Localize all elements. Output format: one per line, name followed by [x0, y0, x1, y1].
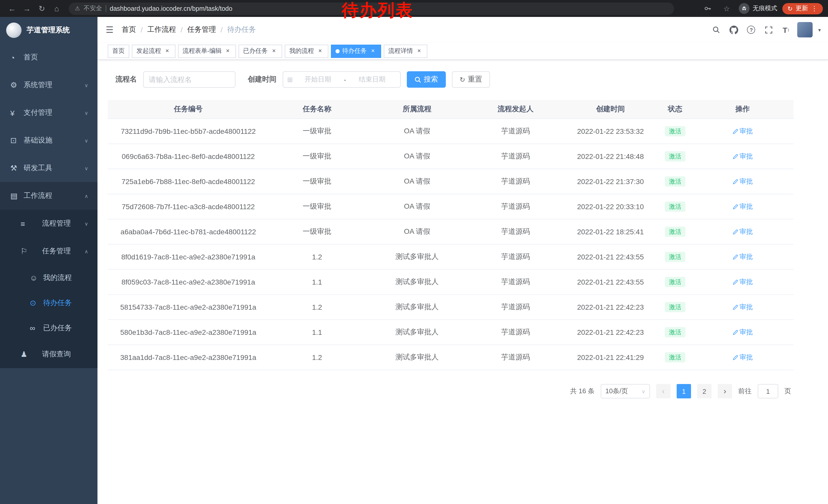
reset-button-label: 重置 — [468, 75, 482, 84]
approve-link[interactable]: 审批 — [732, 252, 753, 262]
workflow-icon: ▤ — [10, 191, 24, 200]
breadcrumb-item[interactable]: 任务管理 — [187, 25, 216, 34]
cell-starter: 芋道源码 — [469, 177, 562, 186]
chevron-down-icon: ∨ — [84, 110, 88, 116]
sidebar-toggle-icon[interactable]: ☰ — [97, 25, 122, 35]
cell-id: 381aa1dd-7ac8-11ec-a9e2-a2380e71991a — [108, 353, 269, 362]
tab-close-icon[interactable]: × — [271, 47, 278, 55]
page-button-2[interactable]: 2 — [697, 384, 711, 398]
avatar-caret-icon[interactable]: ▾ — [818, 27, 821, 33]
sidebar-item-0[interactable]: ◔首页 — [0, 44, 97, 71]
browser-forward-button[interactable]: → — [20, 2, 34, 15]
approve-link[interactable]: 审批 — [732, 353, 753, 362]
reset-button[interactable]: ↻ 重置 — [452, 71, 490, 88]
view-tab-0[interactable]: 首页 — [108, 44, 129, 58]
approve-label: 审批 — [740, 277, 753, 287]
sidebar-item-8[interactable]: ☺我的流程 — [0, 265, 97, 290]
view-tab-3[interactable]: 已办任务× — [239, 44, 282, 58]
column-header: 创建时间 — [562, 104, 659, 114]
approve-link[interactable]: 审批 — [732, 277, 753, 287]
bookmark-star-icon[interactable]: ☆ — [720, 2, 734, 15]
breadcrumb-item[interactable]: 工作流程 — [147, 25, 176, 34]
cell-status: 激活 — [659, 327, 692, 337]
view-tab-6[interactable]: 流程详情× — [384, 44, 427, 58]
update-button[interactable]: ↻ 更新 ⋮ — [782, 3, 823, 14]
cell-time: 2022-01-22 21:48:48 — [562, 152, 659, 161]
fullscreen-icon[interactable] — [762, 23, 775, 36]
browser-home-button[interactable]: ⌂ — [50, 2, 64, 15]
tab-close-icon[interactable]: × — [369, 47, 377, 55]
process-list-icon: ≡ — [20, 219, 42, 228]
view-tab-4[interactable]: 我的流程× — [285, 44, 328, 58]
sidebar-item-7[interactable]: ⚐任务管理∧ — [0, 237, 97, 265]
help-icon[interactable]: ? — [745, 23, 758, 36]
prev-page-button[interactable]: ‹ — [656, 384, 670, 398]
sidebar-item-6[interactable]: ≡流程管理∨ — [0, 210, 97, 237]
sidebar-item-3[interactable]: ⊡基础设施∨ — [0, 127, 97, 154]
goto-page-input[interactable] — [758, 384, 778, 398]
goto-unit-label: 页 — [784, 386, 791, 396]
tab-close-icon[interactable]: × — [224, 47, 232, 55]
page-button-1[interactable]: 1 — [677, 384, 691, 398]
sidebar-item-5[interactable]: ▤工作流程∧ — [0, 182, 97, 210]
sidebar-item-11[interactable]: ♟请假查询 — [0, 340, 97, 368]
start-date-input[interactable]: 开始日期 — [294, 75, 342, 84]
column-header: 任务编号 — [108, 104, 269, 114]
cell-starter: 芋道源码 — [469, 127, 562, 136]
view-tab-2[interactable]: 流程表单-编辑× — [178, 44, 236, 58]
approve-link[interactable]: 审批 — [732, 303, 753, 312]
cell-action: 审批 — [692, 202, 794, 211]
font-size-icon[interactable]: T↕ — [780, 23, 793, 36]
select-caret-icon: ∨ — [641, 388, 646, 394]
approve-link[interactable]: 审批 — [732, 227, 753, 236]
github-icon[interactable] — [728, 23, 740, 36]
sidebar-item-10[interactable]: ∞已办任务 — [0, 315, 97, 340]
browser-reload-button[interactable]: ↻ — [35, 2, 49, 15]
key-icon[interactable] — [701, 2, 715, 15]
cell-name: 一级审批 — [269, 127, 365, 136]
view-tab-1[interactable]: 发起流程× — [132, 44, 175, 58]
table-row: 8f0d1619-7ac8-11ec-a9e2-a2380e71991a1.2测… — [108, 244, 794, 270]
breadcrumb-separator: / — [141, 26, 143, 34]
date-range-picker[interactable]: ⊞ 开始日期 - 结束日期 — [283, 71, 401, 88]
approve-link[interactable]: 审批 — [732, 177, 753, 186]
approve-link[interactable]: 审批 — [732, 328, 753, 337]
app-logo[interactable]: 芋道管理系统 — [0, 17, 97, 44]
edit-icon — [732, 355, 738, 360]
cell-process: OA 请假 — [365, 202, 469, 211]
cell-process: 测试多审批人 — [365, 353, 469, 362]
approve-link[interactable]: 审批 — [732, 152, 753, 161]
tab-close-icon[interactable]: × — [164, 47, 171, 55]
cell-status: 激活 — [659, 352, 692, 363]
approve-label: 审批 — [740, 127, 753, 136]
user-avatar[interactable] — [797, 22, 813, 37]
search-icon[interactable] — [710, 23, 723, 36]
page-size-select[interactable]: 10条/页 ∨ — [601, 384, 650, 398]
incognito-icon — [739, 3, 749, 14]
tab-close-icon[interactable]: × — [416, 47, 423, 55]
sidebar-item-2[interactable]: ¥支付管理∨ — [0, 99, 97, 127]
cell-id: 8f059c03-7ac8-11ec-a9e2-a2380e71991a — [108, 278, 269, 286]
task-table: 任务编号任务名称所属流程流程发起人创建时间状态操作 73211d9d-7b9b-… — [108, 100, 794, 370]
end-date-input[interactable]: 结束日期 — [348, 75, 396, 84]
breadcrumb-item[interactable]: 首页 — [122, 25, 136, 34]
cell-status: 激活 — [659, 151, 692, 162]
search-button-label: 搜索 — [424, 75, 438, 84]
search-button[interactable]: 搜索 — [407, 71, 446, 88]
cell-starter: 芋道源码 — [469, 303, 562, 312]
sidebar-item-label: 基础设施 — [24, 136, 52, 145]
browser-menu-icon[interactable]: ⋮ — [811, 5, 818, 12]
approve-link[interactable]: 审批 — [732, 202, 753, 211]
browser-back-button[interactable]: ← — [5, 2, 19, 15]
sidebar-item-9[interactable]: ⊙待办任务 — [0, 290, 97, 315]
view-tab-5[interactable]: 待办任务× — [331, 44, 381, 58]
approve-link[interactable]: 审批 — [732, 127, 753, 136]
sidebar-item-4[interactable]: ⚒研发工具∨ — [0, 154, 97, 182]
not-secure-icon: ⚠ — [75, 5, 80, 12]
next-page-button[interactable]: › — [718, 384, 732, 398]
table-body: 73211d9d-7b9b-11ec-b5b7-acde48001122一级审批… — [108, 119, 794, 370]
sidebar-item-1[interactable]: ⚙系统管理∨ — [0, 71, 97, 99]
cell-starter: 芋道源码 — [469, 202, 562, 211]
process-name-input[interactable] — [143, 71, 236, 88]
tab-close-icon[interactable]: × — [317, 47, 324, 55]
